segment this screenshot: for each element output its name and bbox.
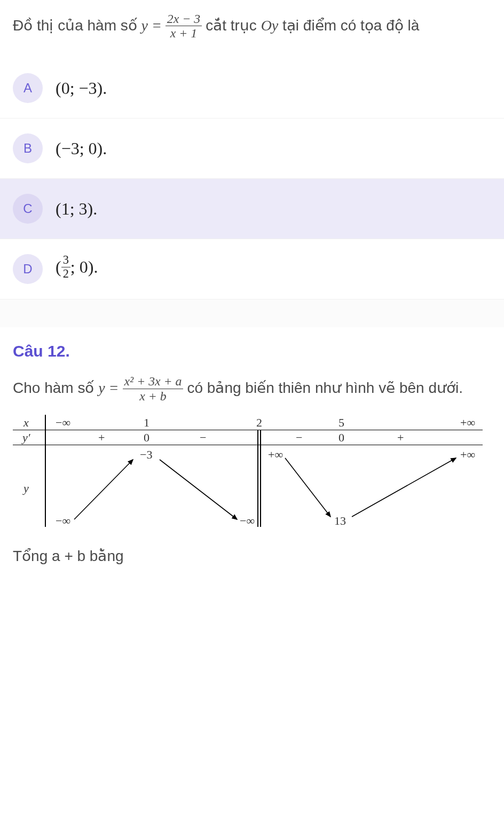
q12-text-mid: có bảng biến thiên như hình vẽ bên dưới. — [187, 380, 463, 396]
variation-table: x y′ y −∞ 1 2 5 +∞ + 0 − − 0 + −∞ −3 −∞ … — [13, 415, 483, 527]
q12-equation: y = x² + 3x + a x + b — [98, 380, 187, 396]
option-d-letter: D — [13, 254, 43, 284]
vt-y-label: y — [23, 481, 29, 495]
vt-x-1: 1 — [144, 416, 149, 430]
option-c-letter: C — [13, 194, 43, 224]
vt-x-label: x — [23, 416, 29, 430]
q12-text-before: Cho hàm số — [13, 380, 98, 396]
option-a-content: (0; −3). — [56, 78, 107, 98]
vt-x-neginf: −∞ — [56, 416, 70, 430]
vt-x-2: 2 — [256, 416, 262, 430]
vt-yprime-label: y′ — [22, 431, 30, 445]
question-1: Đồ thị của hàm số y = 2x − 3 x + 1 cắt t… — [0, 0, 504, 41]
vt-yp-plus-2: + — [397, 431, 404, 445]
question-12-text: Cho hàm số y = x² + 3x + a x + b có bảng… — [13, 375, 491, 404]
option-d[interactable]: D (32; 0). — [0, 239, 504, 299]
option-a[interactable]: A (0; −3). — [0, 58, 504, 119]
question-12: Câu 12. Cho hàm số y = x² + 3x + a x + b… — [0, 327, 504, 592]
q1-text-before: Đồ thị của hàm số — [13, 17, 141, 34]
options-list: A (0; −3). B (−3; 0). C (1; 3). D (32; 0… — [0, 58, 504, 299]
q1-fraction: 2x − 3 x + 1 — [166, 12, 202, 40]
option-d-content: (32; 0). — [56, 256, 98, 282]
q1-equation: y = 2x − 3 x + 1 — [141, 17, 206, 34]
vt-yp-zero-1: 0 — [144, 431, 149, 445]
q1-text-mid: cắt trục — [206, 17, 261, 34]
question-1-text: Đồ thị của hàm số y = 2x − 3 x + 1 cắt t… — [13, 13, 491, 41]
section-spacer — [0, 299, 504, 327]
vt-x-5: 5 — [338, 416, 344, 430]
vt-x-posinf: +∞ — [460, 416, 475, 430]
q1-text-after: tại điểm có tọa độ là — [282, 17, 419, 34]
svg-line-2 — [285, 458, 330, 517]
option-c[interactable]: C (1; 3). — [0, 179, 504, 239]
vt-yp-minus-2: − — [296, 431, 302, 445]
q1-Oy: Oy — [261, 17, 279, 34]
svg-line-3 — [352, 458, 456, 517]
option-b[interactable]: B (−3; 0). — [0, 119, 504, 179]
vt-arrows — [45, 445, 483, 527]
q12-fraction: x² + 3x + a x + b — [123, 374, 184, 402]
vt-yp-minus-1: − — [200, 431, 206, 445]
option-b-letter: B — [13, 133, 43, 163]
option-d-fraction: 32 — [61, 254, 70, 280]
question-12-final: Tổng a + b bằng — [13, 542, 491, 580]
vt-yp-plus-1: + — [98, 431, 105, 445]
question-12-title: Câu 12. — [13, 342, 491, 360]
vt-row-divider-1 — [13, 430, 483, 431]
vt-yp-zero-2: 0 — [338, 431, 344, 445]
svg-line-0 — [74, 460, 133, 519]
svg-line-1 — [160, 460, 237, 519]
option-a-letter: A — [13, 73, 43, 103]
option-c-content: (1; 3). — [56, 199, 97, 219]
option-b-content: (−3; 0). — [56, 139, 107, 159]
